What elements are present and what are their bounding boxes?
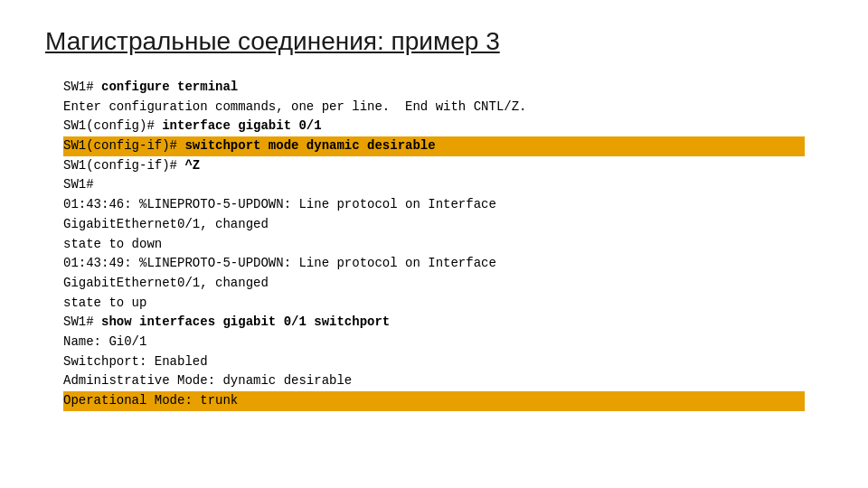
page-title: Магистральные соединения: пример 3 bbox=[45, 27, 823, 56]
terminal-line-9: state to down bbox=[63, 235, 805, 255]
terminal-line-7: 01:43:46: %LINEPROTO-5-UPDOWN: Line prot… bbox=[63, 195, 805, 215]
terminal-line-10: 01:43:49: %LINEPROTO-5-UPDOWN: Line prot… bbox=[63, 254, 805, 274]
terminal-line-3: SW1(config)# interface gigabit 0/1 bbox=[63, 117, 805, 136]
terminal-line-14: Name: Gi0/1 bbox=[63, 333, 805, 352]
terminal-line-15: Switchport: Enabled bbox=[63, 352, 805, 372]
terminal-line-6: SW1# bbox=[63, 175, 805, 195]
page-container: Магистральные соединения: пример 3 SW1# … bbox=[0, 0, 868, 488]
terminal-line-5: SW1(config-if)# ^Z bbox=[63, 156, 805, 176]
terminal-line-12: state to up bbox=[63, 294, 805, 314]
terminal-block: SW1# configure terminal Enter configurat… bbox=[45, 78, 823, 411]
terminal-line-17: Operational Mode: trunk bbox=[63, 391, 805, 411]
terminal-line-4: SW1(config-if)# switchport mode dynamic … bbox=[63, 136, 805, 156]
terminal-line-16: Administrative Mode: dynamic desirable bbox=[63, 371, 805, 391]
terminal-line-11: GigabitEthernet0/1, changed bbox=[63, 274, 805, 294]
terminal-line-8: GigabitEthernet0/1, changed bbox=[63, 215, 805, 235]
terminal-line-13: SW1# show interfaces gigabit 0/1 switchp… bbox=[63, 313, 805, 333]
terminal-line-1: SW1# configure terminal bbox=[63, 78, 805, 98]
terminal-line-2: Enter configuration commands, one per li… bbox=[63, 98, 805, 117]
